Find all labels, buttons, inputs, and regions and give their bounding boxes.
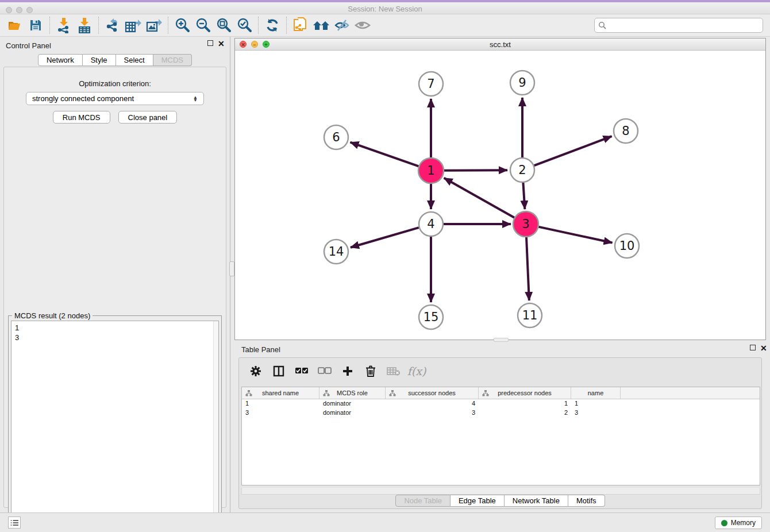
graph-node-1[interactable]: 1 <box>418 158 444 183</box>
save-session-button[interactable] <box>25 16 46 34</box>
import-network-icon <box>56 17 71 33</box>
table-hscrollbar[interactable] <box>241 488 760 495</box>
tab-network-table[interactable]: Network Table <box>505 495 568 507</box>
run-mcds-button[interactable]: Run MCDS <box>53 111 110 124</box>
node-label: 11 <box>522 309 538 322</box>
cell-shared-name[interactable]: 3 <box>242 408 319 418</box>
node-label: 14 <box>329 245 344 259</box>
column-header-name[interactable]: name <box>571 387 621 399</box>
graph-node-9[interactable]: 9 <box>510 71 534 95</box>
first-neighbors-icon <box>312 18 330 32</box>
edge-3-10[interactable] <box>538 227 613 243</box>
graph-node-10[interactable]: 10 <box>615 234 639 258</box>
search-box[interactable] <box>594 18 763 33</box>
zoom-selected-button[interactable] <box>234 16 255 34</box>
open-session-button[interactable] <box>5 16 25 34</box>
network-graph: 1234678910111415 <box>235 51 765 340</box>
edge-1-2[interactable] <box>444 170 507 171</box>
table-tabs: Node TableEdge TableNetwork TableMotifs <box>239 495 761 507</box>
tab-motifs[interactable]: Motifs <box>568 495 605 507</box>
close-table-panel-icon[interactable]: ✕ <box>760 344 767 353</box>
graph-node-8[interactable]: 8 <box>614 119 638 143</box>
column-type-icon <box>323 390 330 396</box>
result-scrollbar[interactable] <box>213 321 218 531</box>
import-network-button[interactable] <box>53 16 74 34</box>
columns-icon[interactable] <box>271 364 286 379</box>
tab-style[interactable]: Style <box>83 54 116 66</box>
memory-label: Memory <box>731 519 756 527</box>
edge-4-14[interactable] <box>351 228 419 248</box>
task-history-button[interactable] <box>8 516 21 529</box>
memory-status-icon <box>721 520 727 526</box>
cell-MCDS-role[interactable]: dominator <box>319 399 386 408</box>
edge-2-3[interactable] <box>523 183 525 209</box>
export-table-button[interactable] <box>123 16 144 34</box>
function-builder-icon[interactable]: f(x) <box>409 364 424 379</box>
column-type-icon <box>482 390 489 396</box>
tab-node-table[interactable]: Node Table <box>395 495 451 507</box>
zoom-out-button[interactable] <box>192 16 213 34</box>
edge-1-6[interactable] <box>351 142 419 167</box>
graph-node-4[interactable]: 4 <box>419 212 443 236</box>
tab-network[interactable]: Network <box>38 54 83 66</box>
network-canvas[interactable]: 1234678910111415 <box>235 51 765 340</box>
column-header-shared-name[interactable]: shared name <box>242 387 319 399</box>
import-table-button[interactable] <box>74 16 95 34</box>
graph-node-2[interactable]: 2 <box>510 158 534 182</box>
export-network-button[interactable] <box>102 16 123 34</box>
criterion-dropdown[interactable]: strongly connected component ▲▼ <box>26 92 204 105</box>
graph-node-14[interactable]: 14 <box>324 240 348 264</box>
unselect-all-icon[interactable] <box>317 364 332 379</box>
horizontal-splitter-grip[interactable] <box>494 338 509 342</box>
network-window-title: scc.txt <box>235 40 765 49</box>
application-window: Session: New Session <box>0 0 770 532</box>
edge-3-1[interactable] <box>444 178 515 218</box>
column-header-successor-nodes[interactable]: successor nodes <box>386 387 479 399</box>
cell-name[interactable]: 3 <box>571 408 621 418</box>
float-panel-icon[interactable] <box>207 40 213 46</box>
first-neighbors-button[interactable] <box>311 16 332 34</box>
cell-predecessor-nodes[interactable]: 1 <box>479 399 571 408</box>
graph-node-15[interactable]: 15 <box>419 305 443 329</box>
memory-button[interactable]: Memory <box>715 516 762 529</box>
export-image-button[interactable] <box>144 16 164 34</box>
cell-MCDS-role[interactable]: dominator <box>319 408 386 418</box>
cell-shared-name[interactable]: 1 <box>242 399 319 408</box>
save-session-icon <box>29 18 43 32</box>
close-panel-button[interactable]: Close panel <box>118 111 178 124</box>
edge-3-11[interactable] <box>526 237 529 300</box>
cell-predecessor-nodes[interactable]: 2 <box>479 408 571 418</box>
cell-successor-nodes[interactable]: 3 <box>386 408 479 418</box>
node-table[interactable]: shared nameMCDS rolesuccessor nodesprede… <box>241 387 760 485</box>
column-header-MCDS-role[interactable]: MCDS role <box>319 387 386 399</box>
float-table-panel-icon[interactable] <box>750 345 756 350</box>
tab-mcds[interactable]: MCDS <box>153 54 192 66</box>
table-row[interactable]: 1dominator411 <box>242 399 760 408</box>
graph-node-6[interactable]: 6 <box>324 125 348 149</box>
refresh-button[interactable] <box>262 16 283 34</box>
panel-splitter-grip[interactable] <box>229 261 234 276</box>
edge-2-8[interactable] <box>534 136 612 165</box>
table-row[interactable]: 3dominator323 <box>242 408 760 418</box>
search-input[interactable] <box>609 21 759 29</box>
zoom-fit-button[interactable] <box>213 16 234 34</box>
mcds-result-list[interactable]: 1 3 <box>11 321 219 532</box>
column-header-predecessor-nodes[interactable]: predecessor nodes <box>479 387 571 399</box>
show-all-button[interactable] <box>352 16 373 34</box>
add-column-icon[interactable] <box>340 364 355 379</box>
tab-select[interactable]: Select <box>116 54 153 66</box>
gear-icon[interactable] <box>248 364 263 379</box>
zoom-in-button[interactable] <box>172 16 192 34</box>
graph-node-3[interactable]: 3 <box>513 211 538 237</box>
tab-edge-table[interactable]: Edge Table <box>451 495 505 507</box>
hide-selected-button[interactable] <box>332 16 352 34</box>
close-panel-icon[interactable]: ✕ <box>218 39 225 48</box>
cell-name[interactable]: 1 <box>571 399 621 408</box>
select-all-icon[interactable] <box>294 364 309 379</box>
delete-column-icon[interactable] <box>363 364 378 379</box>
clone-network-button[interactable] <box>290 16 311 34</box>
graph-node-7[interactable]: 7 <box>419 72 443 96</box>
delete-table-icon[interactable] <box>386 364 401 379</box>
graph-node-11[interactable]: 11 <box>518 303 542 327</box>
cell-successor-nodes[interactable]: 4 <box>386 399 479 408</box>
